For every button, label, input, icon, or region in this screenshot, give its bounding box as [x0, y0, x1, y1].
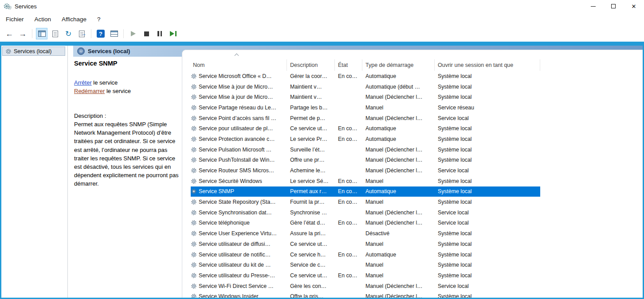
service-row[interactable]: Service Windows InsiderOffre la pris…Man…	[191, 291, 540, 298]
service-description: Maintient v…	[287, 84, 335, 90]
service-gear-icon	[191, 167, 199, 174]
service-name: Service Routeur SMS Micros…	[191, 167, 287, 174]
service-row[interactable]: Service Pulsation Microsoft …Surveille l…	[191, 144, 540, 155]
properties-button[interactable]	[49, 28, 61, 39]
menu-item-action[interactable]: Action	[29, 14, 57, 25]
service-row[interactable]: Service Mise à jour de Micro…Maintient v…	[191, 92, 540, 102]
column-header-nom[interactable]: Nom	[191, 59, 287, 71]
menu-item-aide[interactable]: ?	[92, 14, 106, 25]
menu-item-fichier[interactable]: Fichier	[0, 14, 29, 25]
service-name: Service PushToInstall de Win…	[191, 157, 287, 163]
service-description: Offre une pr…	[287, 157, 335, 163]
service-description: Ce service h…	[287, 252, 335, 258]
tree-item-services-local[interactable]: Services (local)	[2, 47, 65, 56]
console-tree-toggle-button[interactable]	[36, 28, 47, 39]
service-row[interactable]: Service SNMPPermet aux r…En co…Automatiq…	[191, 186, 540, 197]
properties-window-button[interactable]	[108, 28, 120, 39]
service-row[interactable]: Service Synchronisation dat…Synchronise …	[191, 207, 540, 218]
service-description: Le service Sé…	[287, 178, 335, 184]
service-logon: Système local	[435, 262, 540, 268]
forward-button[interactable]: →	[17, 28, 28, 39]
service-row[interactable]: Service utilisateur du Presse-…Ce servic…	[191, 270, 540, 281]
back-button[interactable]: ←	[4, 28, 15, 39]
stop-service-link[interactable]: Arrêter	[74, 79, 92, 86]
service-name: Service utilisateur de diffusi…	[191, 241, 287, 247]
service-description: Ce service ut…	[287, 125, 335, 132]
start-service-button[interactable]	[127, 28, 139, 39]
service-row[interactable]: Service Partage réseau du Le…Partage les…	[191, 102, 540, 113]
extended-view: Services (local) Service SNMP Arrêter le…	[73, 46, 643, 298]
service-description: Le service Pr…	[287, 136, 335, 142]
service-row[interactable]: Service Sécurité WindowsLe service Sé…En…	[191, 176, 540, 186]
column-header-description[interactable]: Description	[287, 59, 335, 71]
service-name: Service Mise à jour de Micro…	[191, 94, 287, 100]
service-state: En co…	[335, 272, 362, 279]
service-startup-type: Manuel	[362, 272, 435, 279]
service-name: Service Windows Insider	[191, 293, 287, 298]
restart-service-link[interactable]: Redémarrer	[74, 88, 105, 94]
back-arrow-icon: ←	[5, 30, 13, 38]
service-row[interactable]: Service pour utilisateur de pl…Ce servic…	[191, 123, 540, 134]
export-list-button[interactable]: →	[76, 28, 87, 39]
column-header-ouvrir-session[interactable]: Ouvrir une session en tant que	[435, 59, 540, 71]
services-window: Services ✕ FichierActionAffichage? ← → ↻…	[0, 0, 644, 299]
service-row[interactable]: Service Routeur SMS Micros…Achemine le…M…	[191, 165, 540, 176]
stop-service-button[interactable]	[141, 28, 152, 39]
service-startup-type: Manuel	[362, 262, 435, 268]
service-row[interactable]: Service Point d’accès sans fil …Permet d…	[191, 113, 540, 124]
service-description: Permet de p…	[287, 115, 335, 121]
service-logon: Système local	[435, 188, 540, 194]
service-description: Gère l’état d…	[287, 220, 335, 226]
service-details-panel: Service SNMP Arrêter le service Redémarr…	[74, 60, 184, 188]
service-logon: Système local	[435, 241, 540, 247]
minimize-button[interactable]	[583, 0, 603, 12]
title-bar: Services ✕	[0, 0, 644, 12]
service-gear-icon	[191, 115, 199, 121]
service-description: Assure la pri…	[287, 230, 335, 237]
service-row[interactable]: Service téléphoniqueGère l’état d…En co……	[191, 218, 540, 229]
service-state: En co…	[335, 125, 362, 132]
service-state: En co…	[335, 252, 362, 258]
service-gear-icon	[191, 157, 199, 163]
service-logon: Service local	[435, 220, 540, 226]
service-description: Service de c…	[287, 262, 335, 268]
service-description: Achemine le…	[287, 167, 335, 174]
service-gear-icon	[191, 73, 199, 79]
service-gear-icon	[191, 272, 199, 279]
service-row[interactable]: Service Wi-Fi Direct Service …Gère les c…	[191, 281, 540, 291]
maximize-button[interactable]	[603, 0, 624, 12]
service-startup-type: Manuel (Déclencher l…	[362, 210, 435, 216]
close-button[interactable]: ✕	[624, 0, 644, 12]
service-row[interactable]: Service Protection avancée c…Le service …	[191, 134, 540, 144]
service-row[interactable]: Service utilisateur de notific…Ce servic…	[191, 249, 540, 260]
service-logon: Système local	[435, 147, 540, 153]
help-button[interactable]: ?	[95, 28, 106, 39]
column-header-etat[interactable]: État	[335, 59, 362, 71]
service-name: Service Partage réseau du Le…	[191, 105, 287, 111]
menu-bar: FichierActionAffichage?	[0, 12, 644, 26]
service-row[interactable]: Service utilisateur du kit de …Service d…	[191, 260, 540, 270]
restart-service-line: Redémarrer le service	[74, 87, 184, 96]
service-startup-type: Manuel	[362, 178, 435, 184]
menu-item-affichage[interactable]: Affichage	[56, 14, 92, 25]
pause-service-button[interactable]	[154, 28, 165, 39]
service-row[interactable]: Service PushToInstall de Win…Offre une p…	[191, 155, 540, 166]
stop-icon	[144, 31, 149, 36]
console-frame: Services (local) Services (local) Servic…	[0, 42, 644, 299]
console-tree-icon	[38, 31, 46, 37]
service-row[interactable]: Service State Repository (Sta…Fournit la…	[191, 197, 540, 207]
services-list: Nom Description État Type de démarrage O…	[182, 50, 643, 298]
service-row[interactable]: Service User Experience Virtu…Assure la …	[191, 228, 540, 239]
column-header-type-demarrage[interactable]: Type de démarrage	[362, 59, 435, 71]
service-gear-icon	[191, 283, 199, 289]
service-startup-type: Manuel	[362, 241, 435, 247]
service-row[interactable]: Service utilisateur de diffusi…Ce servic…	[191, 239, 540, 249]
service-row[interactable]: Service Microsoft Office « D…Gérer la co…	[191, 71, 540, 82]
service-gear-icon	[191, 293, 199, 298]
service-row[interactable]: Service Mise à jour de Micro…Maintient v…	[191, 82, 540, 92]
restart-service-button[interactable]	[167, 28, 179, 39]
window-controls: ✕	[583, 0, 644, 12]
refresh-button[interactable]: ↻	[63, 28, 74, 39]
toolbar-separator	[91, 29, 91, 38]
service-logon: Système local	[435, 94, 540, 100]
